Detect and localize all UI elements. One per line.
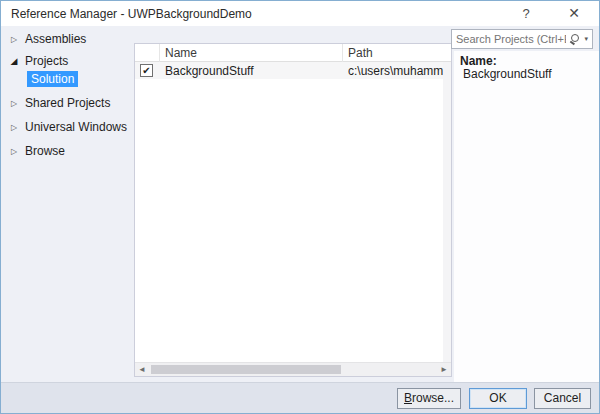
tree-item-label: Assemblies xyxy=(25,32,86,46)
chevron-collapsed-icon: ▷ xyxy=(9,147,19,156)
tree-item-browse[interactable]: ▷ Browse xyxy=(1,142,65,160)
tree-item-shared-projects[interactable]: ▷ Shared Projects xyxy=(1,94,110,112)
ok-button[interactable]: OK xyxy=(469,388,527,409)
tree-item-assemblies[interactable]: ▷ Assemblies xyxy=(1,30,86,48)
category-tree: ▷ Assemblies ◢ Projects Solution ▷ Share… xyxy=(1,26,133,382)
search-icon[interactable] xyxy=(570,33,582,45)
row-path-cell: c:\users\muhammad.wac xyxy=(348,64,451,78)
tree-item-label: Solution xyxy=(27,71,78,87)
column-header-name[interactable]: Name xyxy=(160,44,343,62)
scrollbar-thumb[interactable] xyxy=(151,365,341,374)
details-name-value: BackgroundStuff xyxy=(463,67,552,81)
browse-button-label: rowse... xyxy=(412,391,454,405)
row-checkbox[interactable]: ✔ xyxy=(140,64,153,77)
chevron-collapsed-icon: ▷ xyxy=(9,35,19,44)
row-name-cell: BackgroundStuff xyxy=(165,64,254,78)
help-icon[interactable]: ? xyxy=(509,1,543,26)
title-bar[interactable]: Reference Manager - UWPBackgroundDemo ? … xyxy=(1,1,599,26)
project-list: Name Path ✔ BackgroundStuff c:\users\muh… xyxy=(134,43,452,377)
browse-button[interactable]: Browse... xyxy=(397,388,461,409)
tree-item-label: Browse xyxy=(25,144,65,158)
details-panel: Name: BackgroundStuff xyxy=(454,51,599,382)
column-header-path[interactable]: Path xyxy=(343,44,451,62)
tree-item-label: Projects xyxy=(25,54,68,68)
chevron-collapsed-icon: ▷ xyxy=(9,123,19,132)
table-row[interactable]: ✔ BackgroundStuff c:\users\muhammad.wac xyxy=(135,62,451,79)
dialog-content: ▷ Assemblies ◢ Projects Solution ▷ Share… xyxy=(1,26,599,382)
footer: Browse... OK Cancel xyxy=(1,382,599,413)
search-dropdown-icon[interactable]: ▾ xyxy=(584,35,588,43)
tree-item-label: Shared Projects xyxy=(25,96,110,110)
chevron-expanded-icon: ◢ xyxy=(9,56,19,66)
search-input[interactable] xyxy=(452,33,570,45)
reference-manager-dialog: Reference Manager - UWPBackgroundDemo ? … xyxy=(0,0,600,414)
vertical-scrollbar[interactable] xyxy=(443,62,451,362)
tree-item-label: Universal Windows xyxy=(25,120,127,134)
scroll-right-icon[interactable]: ► xyxy=(437,363,451,376)
browse-button-accesskey: B xyxy=(404,391,412,405)
window-title: Reference Manager - UWPBackgroundDemo xyxy=(11,7,252,21)
list-header: Name Path xyxy=(135,44,451,62)
tree-item-solution[interactable]: Solution xyxy=(27,70,78,88)
chevron-collapsed-icon: ▷ xyxy=(9,99,19,108)
cancel-button[interactable]: Cancel xyxy=(534,388,591,409)
details-name-label: Name: xyxy=(460,54,497,68)
column-header-checkbox[interactable] xyxy=(135,44,160,62)
search-box: ▾ xyxy=(451,29,593,49)
tree-item-universal-windows[interactable]: ▷ Universal Windows xyxy=(1,118,127,136)
tree-item-projects[interactable]: ◢ Projects xyxy=(1,52,68,70)
scroll-left-icon[interactable]: ◄ xyxy=(135,363,149,376)
close-icon[interactable]: ✕ xyxy=(557,1,591,26)
horizontal-scrollbar[interactable]: ◄ ► xyxy=(135,362,451,376)
